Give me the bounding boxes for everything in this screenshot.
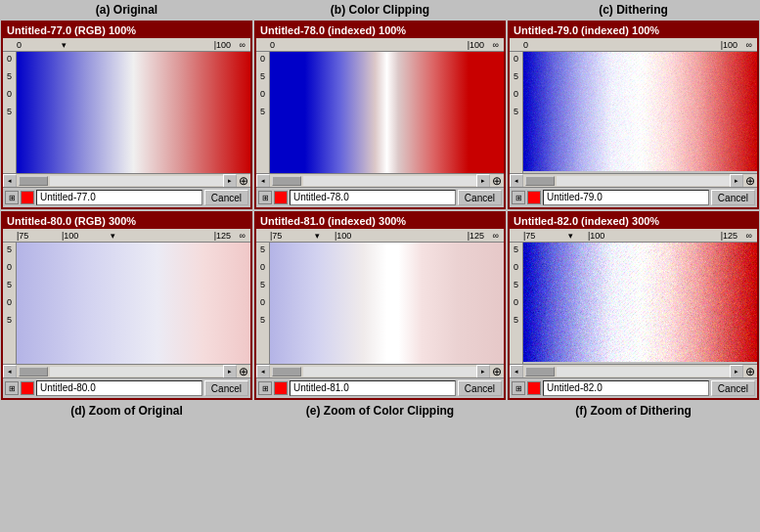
ruler-left-b: 0 5 0 5 <box>256 52 270 173</box>
bottom-b: ⊞ Untitled-78.0 Cancel <box>256 187 504 207</box>
scrollbar-h-a[interactable]: ◂ ▸ ⊕ <box>3 173 250 187</box>
tool-icon-a2[interactable] <box>21 191 34 204</box>
scrollbar-track-c <box>557 176 730 186</box>
scrollbar-track-e <box>303 367 476 377</box>
scrollbar-thumb-a[interactable] <box>19 176 48 186</box>
crosshair-c: ⊕ <box>743 174 757 188</box>
tool-icon-e2[interactable] <box>274 381 288 395</box>
crosshair-e: ⊕ <box>490 365 504 378</box>
tool-icon-c2[interactable] <box>527 191 541 204</box>
filename-a: Untitled-77.0 <box>36 190 202 205</box>
scrollbar-h-f[interactable]: ◂ ▸ ⊕ <box>510 364 757 377</box>
gradient-clipping <box>270 52 504 173</box>
scroll-right-c[interactable]: ▸ <box>730 174 743 188</box>
cancel-f[interactable]: Cancel <box>711 380 755 396</box>
scroll-right-b[interactable]: ▸ <box>476 174 490 188</box>
canvas-area-f: 5 0 5 0 5 <box>510 243 757 364</box>
tools-a: ⊞ <box>5 191 34 204</box>
tool-icon-f2[interactable] <box>527 381 541 395</box>
tools-b: ⊞ <box>258 191 288 204</box>
canvas-area-a: 0 5 0 5 <box>3 52 250 173</box>
crosshair-a: ⊕ <box>237 174 250 188</box>
panel-dithering-top: Untitled-79.0 (indexed) 100% 0 |100 ∞ 0 … <box>508 21 759 209</box>
tool-icon-d2[interactable] <box>21 381 34 395</box>
scroll-left-d[interactable]: ◂ <box>3 365 17 378</box>
titlebar-c: Untitled-79.0 (indexed) 100% <box>510 22 757 38</box>
tool-icon-b1[interactable]: ⊞ <box>258 191 272 204</box>
bottom-e: ⊞ Untitled-81.0 Cancel <box>256 377 504 398</box>
bottom-a: ⊞ Untitled-77.0 Cancel <box>3 187 250 207</box>
cancel-c[interactable]: Cancel <box>711 190 755 205</box>
scroll-right-a[interactable]: ▸ <box>223 174 237 188</box>
tool-icon-f1[interactable]: ⊞ <box>512 381 525 395</box>
panel-clipping-top: Untitled-78.0 (indexed) 100% 0 |100 ∞ 0 … <box>254 21 506 209</box>
scrollbar-h-d[interactable]: ◂ ▸ ⊕ <box>3 364 250 377</box>
filename-e: Untitled-81.0 <box>290 380 456 396</box>
dither-canvas-top <box>523 52 757 171</box>
scroll-left-e[interactable]: ◂ <box>256 365 270 378</box>
tools-c: ⊞ <box>512 191 541 204</box>
title-b: (b) Color Clipping <box>253 0 507 20</box>
title-c: (c) Dithering <box>507 0 760 20</box>
tool-icon-a1[interactable]: ⊞ <box>5 191 19 204</box>
ruler-left-f: 5 0 5 0 5 <box>510 243 523 364</box>
filename-d: Untitled-80.0 <box>36 380 202 396</box>
scrollbar-h-b[interactable]: ◂ ▸ ⊕ <box>256 173 504 187</box>
scroll-left-c[interactable]: ◂ <box>510 174 523 188</box>
tools-e: ⊞ <box>258 381 288 395</box>
titlebar-d: Untitled-80.0 (RGB) 300% <box>3 213 250 229</box>
image-a <box>17 52 250 173</box>
scrollbar-thumb-d[interactable] <box>19 367 48 377</box>
filename-b: Untitled-78.0 <box>290 190 456 205</box>
scroll-right-f[interactable]: ▸ <box>730 365 743 378</box>
ruler-left-a: 0 5 0 5 <box>3 52 17 173</box>
canvas-area-c: 0 5 0 5 <box>510 52 757 173</box>
gradient-zoom-clipping <box>270 243 504 364</box>
scroll-left-f[interactable]: ◂ <box>510 365 523 378</box>
dither-canvas-bot <box>523 243 757 362</box>
canvas-area-e: 5 0 5 0 5 <box>256 243 504 364</box>
cancel-d[interactable]: Cancel <box>204 380 248 396</box>
titlebar-b: Untitled-78.0 (indexed) 100% <box>256 22 504 38</box>
tool-icon-c1[interactable]: ⊞ <box>512 191 525 204</box>
caption-d: (d) Zoom of Original <box>0 401 253 532</box>
scroll-right-e[interactable]: ▸ <box>476 365 490 378</box>
title-a: (a) Original <box>0 0 253 20</box>
scroll-left-a[interactable]: ◂ <box>3 174 17 188</box>
ruler-top-f: |75 ▾ |100 |125 ∞ <box>510 229 757 243</box>
bottom-d: ⊞ Untitled-80.0 Cancel <box>3 377 250 398</box>
ruler-top-a: 0 ▾ |100 ∞ <box>3 38 250 52</box>
caption-e: (e) Zoom of Color Clipping <box>253 401 507 532</box>
ruler-left-c: 0 5 0 5 <box>510 52 523 173</box>
scrollbar-h-e[interactable]: ◂ ▸ ⊕ <box>256 364 504 377</box>
tools-d: ⊞ <box>5 381 34 395</box>
crosshair-f: ⊕ <box>743 365 757 378</box>
scrollbar-thumb-e[interactable] <box>272 367 301 377</box>
cancel-a[interactable]: Cancel <box>204 190 248 205</box>
tool-icon-b2[interactable] <box>274 191 288 204</box>
filename-f: Untitled-82.0 <box>543 380 709 396</box>
crosshair-d: ⊕ <box>237 365 250 378</box>
image-b <box>270 52 504 173</box>
tool-icon-e1[interactable]: ⊞ <box>258 381 272 395</box>
ruler-left-e: 5 0 5 0 5 <box>256 243 270 364</box>
cancel-e[interactable]: Cancel <box>458 380 502 396</box>
ruler-top-b: 0 |100 ∞ <box>256 38 504 52</box>
scrollbar-track-d <box>50 367 223 377</box>
ruler-left-d: 5 0 5 0 5 <box>3 243 17 364</box>
scrollbar-thumb-b[interactable] <box>272 176 301 186</box>
filename-c: Untitled-79.0 <box>543 190 709 205</box>
scroll-left-b[interactable]: ◂ <box>256 174 270 188</box>
titlebar-f: Untitled-82.0 (indexed) 300% <box>510 213 757 229</box>
scrollbar-thumb-c[interactable] <box>525 176 555 186</box>
image-f <box>523 243 757 364</box>
scrollbar-thumb-f[interactable] <box>525 367 555 377</box>
crosshair-b: ⊕ <box>490 174 504 188</box>
scroll-right-d[interactable]: ▸ <box>223 365 237 378</box>
bottom-f: ⊞ Untitled-82.0 Cancel <box>510 377 757 398</box>
scrollbar-track-f <box>557 367 730 377</box>
scrollbar-h-c[interactable]: ◂ ▸ ⊕ <box>510 173 757 187</box>
gradient-zoom-original <box>17 243 250 364</box>
cancel-b[interactable]: Cancel <box>458 190 502 205</box>
tool-icon-d1[interactable]: ⊞ <box>5 381 19 395</box>
